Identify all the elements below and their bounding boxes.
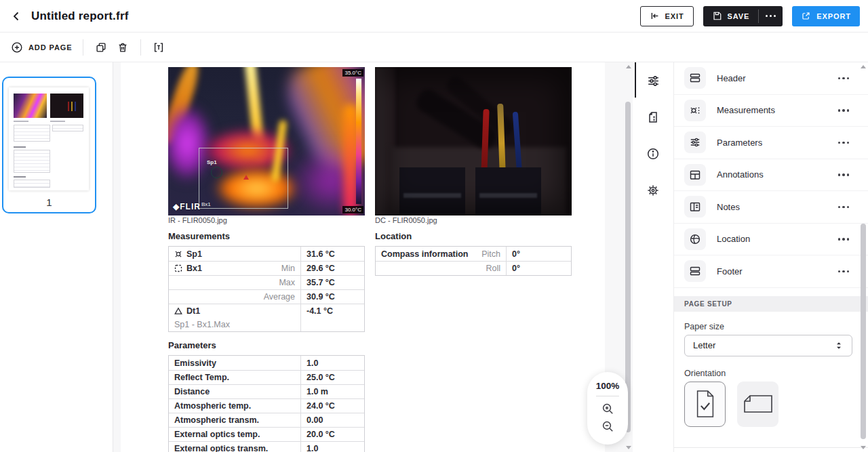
add-page-label: ADD PAGE [28,43,72,52]
zoom-in-icon [601,403,614,415]
paper-size-select[interactable]: Letter [684,335,852,356]
panel-divider [674,447,868,448]
sp1-spot-marker[interactable] [211,167,222,178]
save-icon [712,11,722,21]
header-menu-button[interactable] [838,73,850,84]
gear-icon [646,184,660,197]
ir-scale-min: 30.0°C [342,206,363,213]
chevron-left-icon [10,10,22,22]
measurements-menu-button[interactable] [838,105,850,116]
table-row: External optics temp.20.0 °C [169,427,364,441]
panel-row-location[interactable]: Location [674,224,868,256]
location-menu-button[interactable] [838,234,850,245]
panel-row-parameters[interactable]: Parameters [674,127,868,159]
delete-page-button[interactable] [112,37,134,58]
orientation-landscape-button[interactable] [737,382,778,427]
ir-temperature-scale [356,79,361,204]
export-label: EXPORT [816,12,851,20]
table-row: Distance1.0 m [169,384,364,398]
panel-scrollbar-thumb[interactable] [861,224,866,439]
zoom-out-button[interactable] [598,417,617,435]
scroll-up-icon[interactable] [626,65,631,68]
paper-size-label: Paper size [684,322,852,331]
save-more-button[interactable] [759,6,783,26]
rail-tab-info[interactable] [633,136,673,172]
text-tool-icon [153,41,165,54]
table-row: Compass information Pitch 0° [376,247,571,261]
exit-button[interactable]: EXIT [640,6,694,26]
plus-circle-icon [11,41,23,54]
trash-icon [117,41,129,54]
table-row: Atmospheric temp.24.0 °C [169,398,364,413]
panel-row-footer[interactable]: Footer [674,255,868,288]
table-row: Max 35.7 °C [169,275,364,289]
paper-size-value: Letter [693,340,715,350]
rail-tab-content-settings[interactable] [633,62,673,99]
table-row: Sp1 31.6 °C [169,247,364,261]
back-button[interactable] [8,8,24,24]
text-tool-button[interactable] [148,37,170,58]
footer-menu-button[interactable] [838,266,850,277]
portrait-icon [692,388,718,420]
dc-image-caption: DC - FLIR0050.jpg [375,216,437,224]
panel-row-measurements[interactable]: Measurements [674,95,868,127]
info-icon [646,147,660,161]
main-area: 1 35.0°C 30.0°C ◆FLIR Bx1 Sp1 [0,62,868,452]
dc-image[interactable] [375,67,572,215]
rail-tab-settings[interactable] [633,172,673,209]
notes-menu-button[interactable] [838,202,850,213]
panel-row-notes[interactable]: Notes [674,191,868,224]
location-heading: Location [375,231,412,241]
table-row: Emissivity1.0 [169,356,364,370]
scroll-up-icon[interactable] [861,65,866,68]
parameters-menu-button[interactable] [838,138,850,148]
topbar-actions: EXIT SAVE EXPORT [640,6,860,26]
exit-label: EXIT [665,12,684,20]
table-row: Reflect Temp.25.0 °C [169,370,364,384]
toolbar-divider [83,39,83,56]
bx1-marker-label: Bx1 [201,201,211,207]
measurements-heading: Measurements [168,231,230,241]
toolbar-divider [140,39,141,56]
parameters-table: Emissivity1.0 Reflect Temp.25.0 °C Dista… [168,355,365,452]
delta-icon [174,307,182,315]
hot-spot-marker [243,175,249,180]
table-row: External optics transm.1.0 [169,441,364,452]
box-icon [174,264,182,272]
report-canvas: 35.0°C 30.0°C ◆FLIR Bx1 Sp1 I [113,62,633,452]
zoom-divider [596,396,619,396]
zoom-control: 100% [587,372,628,445]
table-row: Dt1 Sp1 - Bx1.Max -4.1 °C [169,304,364,331]
save-button[interactable]: SAVE [703,6,759,26]
scroll-down-icon[interactable] [861,446,866,449]
scroll-down-icon[interactable] [626,446,631,449]
settings-rail [633,62,673,452]
duplicate-page-button[interactable] [90,37,112,58]
add-page-button[interactable]: ADD PAGE [7,37,76,58]
sliders-icon [646,74,660,88]
rail-tab-page-info[interactable] [633,99,673,136]
orientation-portrait-button[interactable] [684,382,726,427]
zoom-in-button[interactable] [598,400,617,417]
ir-image[interactable]: 35.0°C 30.0°C ◆FLIR Bx1 Sp1 [168,67,365,215]
annotations-menu-button[interactable] [838,169,850,180]
export-button[interactable]: EXPORT [792,6,860,26]
page-thumbnail[interactable]: 1 [2,77,96,213]
header-icon [689,72,701,84]
page-setup-header: PAGE SETUP [674,296,868,312]
canvas-scrollbar-thumb[interactable] [625,102,631,432]
spinner-icon [834,340,844,351]
ir-scale-max: 35.0°C [342,69,363,77]
table-row: Average 30.9 °C [169,289,364,304]
page-list-sidebar: 1 [0,62,113,452]
footer-icon [689,265,701,277]
location-table: Compass information Pitch 0° Roll 0° [375,246,572,276]
content-panel: Header Measurements Parameters Annotatio… [673,62,868,452]
ir-image-caption: IR - FLIR0050.jpg [168,216,227,224]
flir-logo: ◆FLIR [173,202,201,211]
panel-row-annotations[interactable]: Annotations [674,159,868,192]
table-row: Bx1 Min 29.6 °C [169,261,364,275]
panel-scrollbar[interactable] [860,62,867,452]
panel-row-header[interactable]: Header [674,62,868,95]
sp1-marker-label: Sp1 [207,159,217,165]
